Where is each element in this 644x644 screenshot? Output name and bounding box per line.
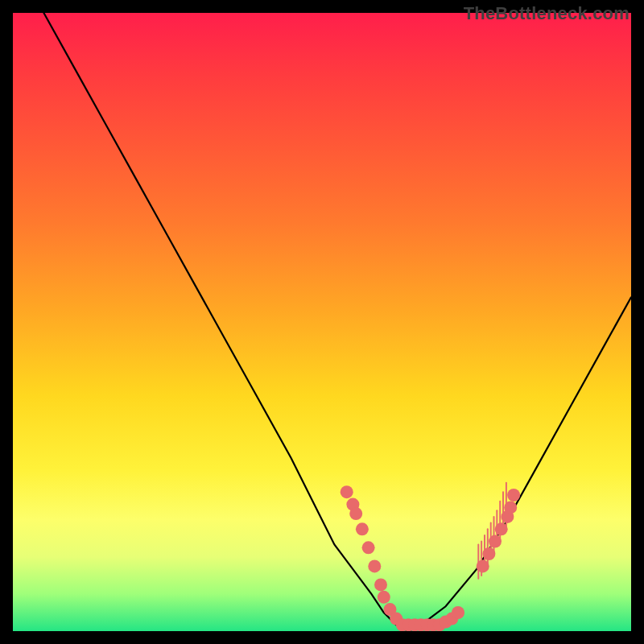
svg-point-29	[452, 606, 464, 619]
watermark-text: TheBottleneck.com	[464, 3, 630, 24]
chart-svg	[13, 13, 631, 631]
svg-point-10	[341, 485, 353, 498]
highlight-dots	[341, 485, 520, 631]
svg-point-36	[507, 489, 520, 502]
svg-point-35	[504, 501, 517, 514]
svg-point-17	[378, 591, 390, 604]
bottleneck-curve	[43, 13, 631, 631]
plot-area	[13, 13, 631, 631]
svg-point-30	[477, 559, 489, 572]
svg-point-13	[356, 522, 369, 535]
svg-point-14	[362, 541, 375, 554]
outer-frame: TheBottleneck.com	[0, 0, 644, 644]
svg-point-15	[368, 559, 381, 572]
svg-point-32	[489, 535, 502, 548]
svg-point-12	[349, 507, 362, 520]
svg-point-31	[482, 547, 495, 560]
svg-point-33	[495, 522, 508, 535]
svg-point-16	[374, 578, 387, 591]
